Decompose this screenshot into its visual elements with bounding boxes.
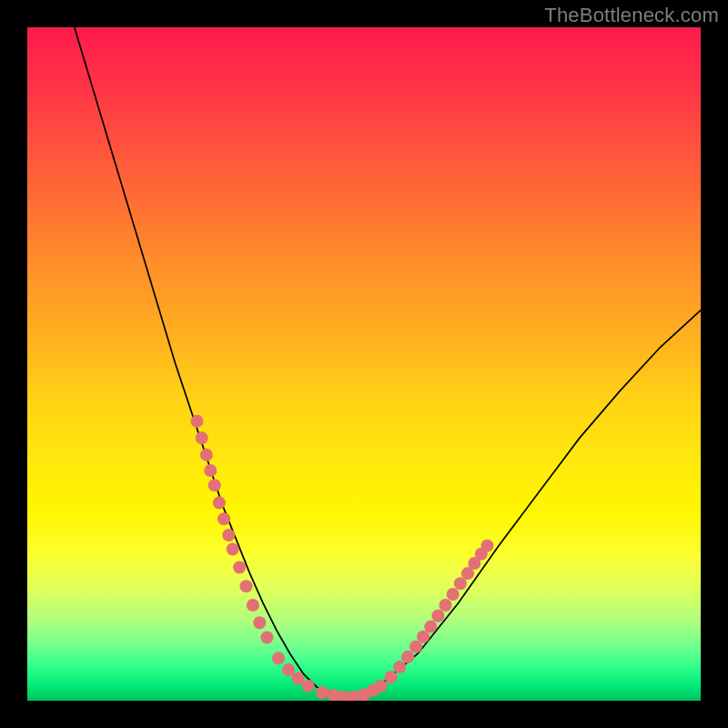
svg-point-17 xyxy=(302,680,315,693)
svg-point-25 xyxy=(385,671,398,683)
chart-frame: TheBottleneck.com xyxy=(0,0,728,728)
chart-svg xyxy=(27,27,701,701)
svg-point-14 xyxy=(272,652,285,664)
svg-point-4 xyxy=(208,479,221,491)
svg-point-27 xyxy=(401,651,414,663)
svg-point-13 xyxy=(260,631,273,643)
svg-point-15 xyxy=(282,663,295,676)
watermark-text: TheBottleneck.com xyxy=(544,4,719,27)
svg-point-6 xyxy=(217,512,230,525)
data-markers xyxy=(190,415,493,701)
svg-point-10 xyxy=(239,580,252,592)
svg-point-33 xyxy=(447,588,460,601)
bottleneck-curve xyxy=(75,27,701,697)
svg-point-7 xyxy=(222,529,235,541)
svg-point-5 xyxy=(213,496,226,509)
svg-point-32 xyxy=(440,599,452,612)
svg-point-24 xyxy=(374,680,387,693)
svg-point-31 xyxy=(431,610,444,622)
svg-point-11 xyxy=(247,599,259,612)
svg-point-30 xyxy=(424,621,437,633)
svg-point-1 xyxy=(196,431,208,444)
svg-point-18 xyxy=(316,686,329,699)
svg-point-0 xyxy=(190,415,203,428)
svg-point-3 xyxy=(204,464,217,477)
svg-point-2 xyxy=(200,449,213,461)
svg-point-12 xyxy=(253,616,266,629)
svg-point-26 xyxy=(393,661,406,673)
svg-point-9 xyxy=(233,561,246,573)
svg-point-38 xyxy=(480,540,493,552)
plot-area xyxy=(27,27,701,701)
svg-point-8 xyxy=(227,542,239,555)
